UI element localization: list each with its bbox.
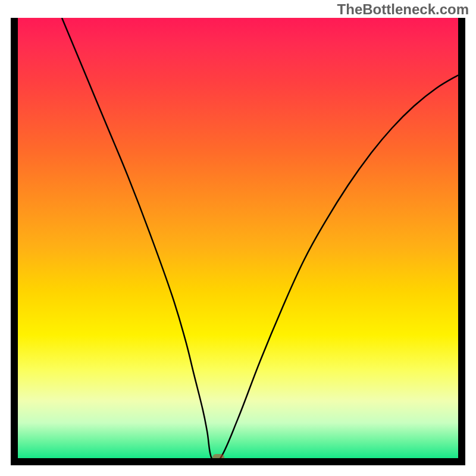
watermark-text: TheBottleneck.com: [337, 1, 469, 18]
chart-container: TheBottleneck.com: [0, 0, 476, 476]
bottleneck-curve: [62, 18, 458, 458]
plot-frame: [11, 18, 465, 465]
curve-svg: [18, 18, 458, 458]
minimum-marker: [212, 454, 224, 458]
plot-area: [18, 18, 458, 458]
